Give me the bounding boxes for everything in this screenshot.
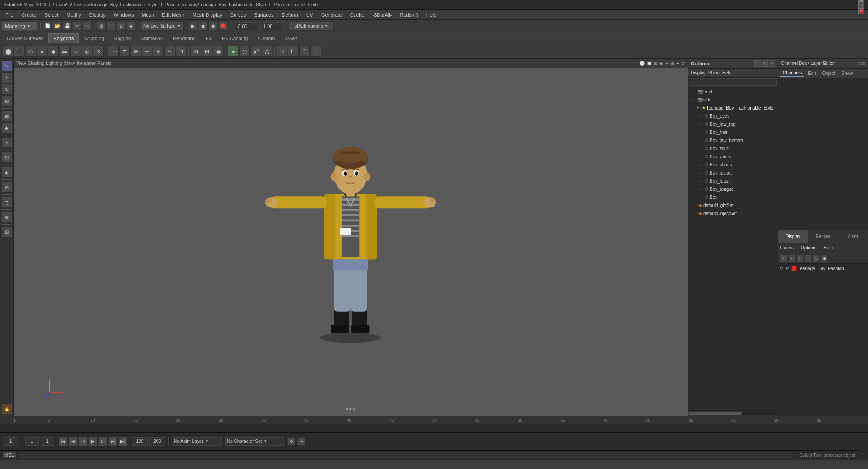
outliner-minimize[interactable]: _ [754,60,761,67]
render-btn1[interactable]: ▶ [189,22,198,31]
tab-rigging[interactable]: Rigging [109,33,136,43]
tree-item-front[interactable]: – 📷 front [689,87,777,96]
ch-tab-object[interactable]: Object [820,70,838,77]
tab-rendering[interactable]: Rendering [168,33,201,43]
outliner-menu-help[interactable]: Help [722,70,732,75]
save-scene-btn[interactable]: 💾 [63,22,72,31]
character-model[interactable] [215,98,486,351]
character-set-dropdown[interactable]: No Character Set ▼ [225,437,284,446]
vp-show-menu[interactable]: Show [64,61,75,66]
tree-item-default-light-set[interactable]: ◉ defaultLightSet [689,201,777,209]
next-key-btn[interactable]: ▶| [108,437,117,446]
layer-down-btn[interactable]: ↓ [804,255,812,262]
undo-btn[interactable]: ↩ [73,22,82,31]
redo-btn[interactable]: ↪ [83,22,92,31]
vp-lighting-menu[interactable]: Lighting [46,61,62,66]
icon-multi-cut[interactable]: ✂ [164,46,175,57]
vp-icon7[interactable]: ✦ [676,61,679,66]
icon-disk[interactable]: ○ [70,46,81,57]
icon-connect[interactable]: ⊓ [175,46,186,57]
timeline-bar[interactable] [0,424,868,432]
render-btn2[interactable]: ◼ [199,22,208,31]
tab-curves-surfaces[interactable]: Curves Surfaces [2,33,48,43]
layer-render-btn[interactable]: ◆ [821,255,828,262]
tab-custom[interactable]: Custom [253,33,280,43]
paint-sel[interactable]: ⊛ [1,182,12,193]
icon-cube[interactable]: ⬛ [14,46,25,57]
menu-windows[interactable]: Windows [110,11,138,18]
tab-sculpting[interactable]: Sculpting [79,33,109,43]
tree-item-boy-shirt[interactable]: – ⬡ Boy_shirt [689,144,777,152]
camera-manip[interactable]: 📷 [1,197,12,207]
menu-uv[interactable]: UV [303,11,317,18]
layer-del-btn[interactable]: - [788,255,795,262]
outliner-menu-show[interactable]: Show [708,70,720,75]
vp-view-menu[interactable]: View [16,61,26,66]
scroll-track[interactable] [689,412,777,415]
scale-tool-btn[interactable]: ⊞ [1,96,12,106]
icon-flatten[interactable]: ⊤ [299,46,310,57]
menu-3dtall[interactable]: -3DtoAll- [369,11,396,18]
outliner-filter-input[interactable] [689,78,777,86]
vp-renderer-menu[interactable]: Renderer [77,61,96,66]
dr-tab-display[interactable]: Display [778,230,808,243]
live-surface-dropdown[interactable]: No Live Surface ▼ [140,22,184,31]
icon-sphere[interactable]: ⬤ [3,46,14,57]
icon-loop[interactable]: ⊞ [153,46,164,57]
vp-icon4[interactable]: ◉ [659,61,663,66]
vp-icon6[interactable]: ⊞ [670,61,674,66]
outliner-scrollbar[interactable] [688,410,778,416]
ch-tab-show[interactable]: Show [839,70,855,77]
icon-remesh[interactable]: ⊥ [310,46,321,57]
icon-transform[interactable]: ⊠ [190,46,201,57]
prev-frame-btn[interactable]: ◁ [78,437,88,446]
current-frame-input[interactable] [3,437,18,446]
icon-diamond[interactable]: ◆ [48,46,59,57]
layer-display[interactable]: ⊞ [1,226,12,237]
layer-row-1[interactable]: V P Teenage_Boy_Fashion... [778,264,868,273]
tree-item-boy-leash[interactable]: – ⬡ Boy_leash [689,177,777,185]
tree-item-default-object-set[interactable]: ◉ defaultObjectSet [689,209,777,217]
icon-select-obj[interactable]: ● [228,46,239,57]
menu-generate[interactable]: Generate [318,11,346,18]
tab-animation[interactable]: Animation [136,33,168,43]
menu-select[interactable]: Select [41,11,62,18]
icon-bridge[interactable]: ⊏ [119,46,130,57]
start-frame-input[interactable] [25,437,39,446]
universal-manip[interactable]: ✦ [1,137,12,148]
mel-input[interactable] [18,452,794,459]
render-btn4[interactable]: 🔴 [218,22,227,31]
menu-cache[interactable]: Cache [346,11,368,18]
layer-anim-btn[interactable]: ▷ [813,255,820,262]
renderer-icon[interactable]: 🔥 [1,403,12,414]
render-btn3[interactable]: ◉ [208,22,217,31]
layer-up-btn[interactable]: ↑ [796,255,803,262]
outliner-menu-display[interactable]: Display [691,70,706,75]
dr-tab-anim[interactable]: Anim [838,230,868,243]
anim-layer-dropdown[interactable]: No Anim Layer ▼ [172,437,222,446]
icon-cylinder[interactable]: ⬭ [25,46,36,57]
icon-merge[interactable]: ⊕ [130,46,141,57]
mode-dropdown[interactable]: Modeling ▼ [2,22,38,31]
vp-icon5[interactable]: ✳ [665,61,669,66]
ch-tab-edit[interactable]: Edit [805,70,818,77]
vp-icon2[interactable]: 🔲 [646,61,652,66]
tree-item-boy-jacket[interactable]: – ⬡ Boy_jacket [689,169,777,177]
tab-fx-caching[interactable]: FX Caching [217,33,253,43]
outliner-maximize[interactable]: □ [762,60,768,67]
last-tool[interactable]: ◈ [1,167,12,178]
anim-curve-btn[interactable]: ⌁ [297,437,305,446]
viewport[interactable]: View Shading Lighting Show Renderer Pane… [14,59,688,416]
icon-plane[interactable]: ▬ [59,46,70,57]
menu-file[interactable]: File [2,11,17,18]
play-btn[interactable]: ▶ [88,437,97,446]
tree-item-boy-hair[interactable]: – ⬡ Boy_hair [689,128,777,136]
float-input2[interactable] [261,22,284,30]
menu-mesh[interactable]: Mesh [138,11,157,18]
icon-extrude[interactable]: ⟹ [108,46,119,57]
tree-item-boy-pants[interactable]: – ⬡ Boy_pants [689,152,777,161]
vp-panels-menu[interactable]: Panels [97,61,111,66]
icon-crease[interactable]: ⋀ [262,46,272,57]
menu-mesh-display[interactable]: Mesh Display [189,11,226,18]
vp-icon3[interactable]: ⊠ [654,61,657,66]
